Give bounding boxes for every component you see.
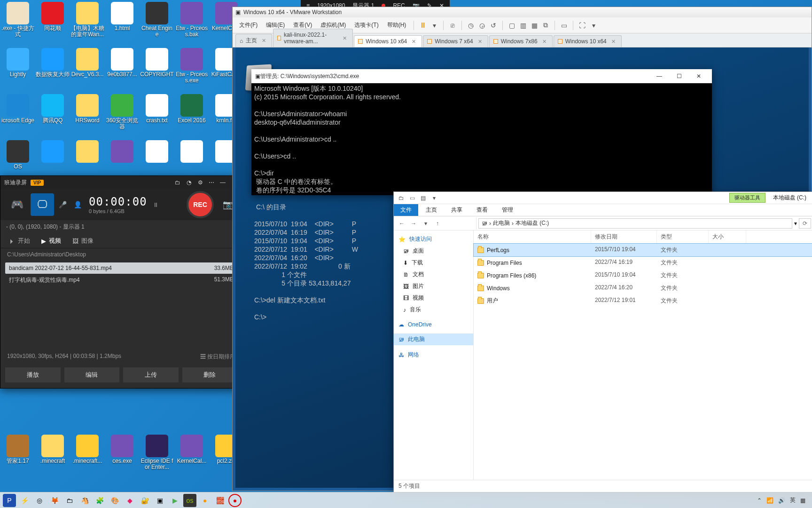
output-path[interactable]: C:\Users\Administrator\Desktop (0, 248, 242, 261)
desktop-icon[interactable]: 数据恢复大师 (36, 47, 70, 92)
desktop-icon[interactable]: Devc_V6.3... (70, 47, 104, 92)
tab-start[interactable]: ⏵开始 (9, 237, 30, 245)
vm-tab[interactable]: ⌂主页✕ (235, 34, 272, 47)
desktop-icon[interactable]: Eclipse IDE for Enter... (140, 434, 174, 479)
close-icon[interactable]: ✕ (478, 39, 482, 45)
forward-icon[interactable]: → (408, 220, 419, 227)
cmd-titlebar[interactable]: ▣ 管理员: C:\Windows\system32\cmd.exe — ☐ ✕ (251, 69, 712, 83)
console-icon[interactable]: ▭ (559, 20, 569, 31)
vm-tab[interactable]: Windows 10 x64✕ (554, 35, 622, 47)
desktop-icon[interactable]: 9e0b3877... (105, 47, 139, 92)
wifi-icon[interactable]: 📶 (766, 497, 773, 504)
mic-icon[interactable]: 🎤 (56, 193, 69, 216)
record-button[interactable]: REC (187, 191, 214, 218)
explorer-titlebar[interactable]: 🗀 ▭ ▤ ▾ 驱动器工具 本地磁盘 (C:) (394, 192, 812, 204)
nav-download[interactable]: ⬇下载 (394, 257, 473, 269)
vm-tab[interactable]: Windows 7x86✕ (489, 35, 553, 47)
menu-item[interactable]: 帮助(H) (383, 20, 410, 31)
minimize-icon[interactable]: — (650, 72, 669, 80)
close-icon[interactable]: ✕ (611, 39, 616, 45)
desktop-icon[interactable]: Etw - Prceoss.exe (175, 47, 209, 92)
task-icon[interactable]: 🔐 (138, 494, 151, 507)
task-icon[interactable]: ● (198, 494, 211, 507)
snapshot-icon[interactable]: ◷ (466, 20, 476, 31)
desktop-icon[interactable]: 管家1.17 (1, 434, 35, 479)
task-icon[interactable]: os (183, 494, 196, 507)
desktop-icon[interactable]: 360安全浏览器 (105, 93, 139, 138)
firefox-icon[interactable]: 🦊 (48, 494, 61, 507)
nav-docs[interactable]: 🗎文档 (394, 269, 473, 280)
desktop-icon[interactable]: KernelCal... (175, 434, 209, 479)
nav-music[interactable]: ♪音乐 (394, 304, 473, 316)
pin-icon[interactable]: ▭ (407, 193, 417, 203)
record-icon[interactable]: ● (228, 494, 242, 507)
desktop-icon[interactable]: HRSword (70, 93, 104, 138)
task-icon[interactable]: ▣ (153, 494, 166, 507)
chevron-down-icon[interactable]: ▾ (794, 220, 797, 227)
nav-network[interactable]: 🖧网络 (394, 349, 473, 361)
refresh-icon[interactable]: ⟳ (799, 218, 811, 229)
pause-icon[interactable]: ⏸ (149, 201, 163, 208)
close-icon[interactable]: ✕ (343, 35, 347, 41)
system-tray[interactable]: ⌃ 📶 🔊 英 ▦ (757, 496, 809, 504)
clock-icon[interactable]: ◔ (185, 179, 193, 186)
volume-icon[interactable]: 🔊 (778, 497, 785, 504)
ribbon-manage[interactable]: 管理 (495, 204, 520, 216)
nav-pics[interactable]: 🖼图片 (394, 280, 473, 292)
column-headers[interactable]: 名称 修改日期 类型 大小 (474, 230, 812, 244)
folder-row[interactable]: 用户2022/7/12 19:01文件夹 (474, 294, 812, 307)
nav-quick[interactable]: ⭐快速访问 (394, 233, 473, 245)
fullscreen-icon[interactable]: ⛶ (577, 20, 587, 31)
bandicam-titlebar[interactable]: 班迪录屏 VIP 🗀 ◔ ⚙ ⋯ — ✕ (0, 176, 242, 189)
folder-icon[interactable]: 🗀 (173, 179, 182, 186)
nav-onedrive[interactable]: ☁OneDrive (394, 319, 473, 330)
task-icon[interactable]: 🧩 (93, 494, 106, 507)
nav-videos[interactable]: 🎞视频 (394, 292, 473, 304)
back-icon[interactable]: ← (397, 220, 407, 227)
ribbon-file[interactable]: 文件 (394, 204, 418, 216)
desktop-icon[interactable]: 同花顺 (36, 1, 70, 46)
unity-icon[interactable]: ⧉ (540, 20, 551, 31)
chevron-down-icon[interactable]: ▾ (588, 20, 599, 31)
layout3-icon[interactable]: ▦ (529, 20, 539, 31)
ribbon-share[interactable]: 共享 (445, 204, 469, 216)
desktop-icon[interactable]: Etw - Prceoss.bak (175, 1, 209, 46)
desktop-icon[interactable]: icrosoft Edge (1, 93, 35, 138)
ribbon-view[interactable]: 查看 (470, 204, 494, 216)
props-icon[interactable]: ▤ (419, 193, 428, 203)
up-icon[interactable]: ↑ (432, 220, 443, 227)
task-icon[interactable]: ⚡ (18, 494, 31, 507)
close-icon[interactable]: ✕ (262, 38, 266, 44)
desktop-icon[interactable]: Excel 2016 (175, 93, 209, 138)
layout2-icon[interactable]: ▥ (518, 20, 528, 31)
folder-row[interactable]: Windows2022/7/4 16:20文件夹 (474, 282, 812, 294)
layout1-icon[interactable]: ▢ (507, 20, 517, 31)
desktop-icon[interactable]: .minecraft (36, 434, 70, 479)
game-mode-icon[interactable]: 🎮 (5, 193, 29, 216)
desktop-icon[interactable]: 1.html (105, 1, 139, 46)
task-icon[interactable]: 🗀 (63, 494, 76, 507)
send-keys-icon[interactable]: ⎚ (447, 20, 458, 31)
task-icon[interactable]: 🐴 (78, 494, 91, 507)
task-icon[interactable]: 🎨 (108, 494, 121, 507)
chevron-down-icon[interactable]: ▾ (429, 193, 439, 203)
task-icon[interactable]: ◎ (33, 494, 46, 507)
folder-row[interactable]: Program Files2022/7/4 16:19文件夹 (474, 256, 812, 269)
chevron-down-icon[interactable]: ▾ (429, 20, 439, 31)
delete-button[interactable]: 删除 (182, 367, 238, 382)
desktop-icon[interactable]: .minecraft... (70, 434, 104, 479)
webcam-icon[interactable]: 👤 (71, 193, 84, 216)
tab-video[interactable]: ▶视频 (41, 237, 61, 245)
task-icon[interactable]: 🧱 (213, 494, 226, 507)
chevron-down-icon[interactable]: ▾ (421, 220, 431, 227)
upload-button[interactable]: 上传 (123, 367, 179, 382)
minimize-icon[interactable]: — (219, 179, 227, 186)
contextual-tab[interactable]: 驱动器工具 (729, 193, 765, 203)
nav-desktop[interactable]: 🖳桌面 (394, 245, 473, 257)
close-icon[interactable]: ✕ (689, 72, 708, 80)
breadcrumb[interactable]: 🖳 ›此电脑 ›本地磁盘 (C:) (478, 218, 792, 229)
chevron-up-icon[interactable]: ⌃ (757, 497, 762, 504)
folder-icon[interactable]: 🗀 (397, 193, 406, 203)
revert-icon[interactable]: ↺ (488, 20, 499, 31)
file-row[interactable]: 打字机病毒-观赏性病毒.mp451.3MB (5, 274, 237, 286)
